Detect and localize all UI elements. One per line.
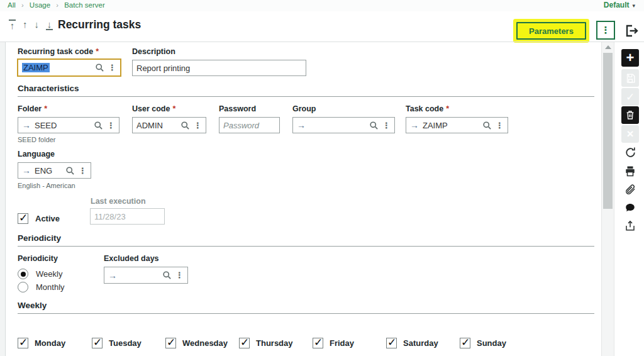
selected-text: ZAIMP (22, 63, 50, 72)
header-divider (0, 42, 644, 42)
user-code-label: User code* (132, 104, 175, 113)
search-icon[interactable] (180, 121, 190, 130)
field-options-icon[interactable]: ⋮ (175, 270, 184, 280)
field-options-icon[interactable]: ⋮ (382, 121, 391, 130)
section-periodicity: Periodicity (18, 233, 61, 243)
comment-button[interactable] (621, 199, 639, 216)
refresh-icon (625, 147, 636, 159)
active-checkbox[interactable] (18, 213, 28, 224)
share-button[interactable] (621, 217, 639, 235)
folder-field[interactable]: → SEED ⋮ (18, 117, 119, 133)
monthly-radio-label[interactable]: Monthly (36, 282, 65, 292)
save-button (621, 69, 639, 87)
search-icon[interactable] (65, 166, 75, 175)
breadcrumb: All › Usage › Batch server (8, 1, 105, 9)
saturday-label: Saturday (403, 338, 438, 348)
monday-label: Monday (35, 338, 65, 348)
more-actions-button[interactable]: ⋮ (596, 21, 615, 40)
group-field[interactable]: → ⋮ (292, 117, 395, 133)
language-label: Language (18, 150, 55, 159)
thursday-checkbox[interactable] (239, 338, 250, 348)
parameters-button[interactable]: Parameters (516, 22, 586, 40)
jump-arrow-icon[interactable]: → (410, 121, 419, 130)
language-helper-text: English - American (18, 182, 75, 189)
profile-label: Default (604, 1, 630, 9)
tuesday-checkbox[interactable] (92, 338, 103, 348)
chevron-down-icon: ▾ (632, 3, 635, 9)
wednesday-checkbox[interactable] (165, 338, 176, 348)
profile-dropdown[interactable]: Default▾ (604, 1, 635, 9)
weekly-radio-label[interactable]: Weekly (36, 269, 62, 279)
scroll-up-icon[interactable] (605, 45, 611, 49)
paperclip-icon (625, 184, 636, 195)
plus-icon: + (626, 51, 635, 65)
recurring-tasks-page: All › Usage › Batch server Default▾ ↑ ↑ … (0, 0, 644, 356)
tuesday-label: Tuesday (109, 338, 142, 348)
jump-arrow-icon[interactable]: → (297, 121, 306, 130)
delete-button[interactable] (621, 106, 639, 124)
wednesday-label: Wednesday (182, 338, 228, 348)
weekly-radio[interactable] (18, 269, 28, 279)
breadcrumb-usage[interactable]: Usage (30, 1, 50, 9)
user-code-field[interactable]: ADMIN ⋮ (132, 117, 206, 133)
first-record-icon[interactable]: ↑ (9, 19, 16, 30)
saturday-checkbox[interactable] (386, 338, 397, 348)
cancel-button: × (621, 125, 639, 143)
breadcrumb-all[interactable]: All (8, 1, 16, 9)
check-icon: ✓ (626, 91, 635, 104)
recurring-task-code-label: Recurring task code* (18, 47, 99, 56)
breadcrumb-separator: › (21, 1, 24, 9)
sunday-checkbox[interactable] (460, 338, 470, 348)
kebab-menu-icon: ⋮ (601, 25, 611, 36)
speech-bubble-icon (625, 202, 636, 213)
field-options-icon[interactable]: ⋮ (107, 121, 115, 130)
validate-button: ✓ (621, 88, 639, 106)
task-code-field[interactable]: → ZAIMP ⋮ (406, 117, 508, 133)
task-code-label: Task code* (406, 104, 449, 113)
attachment-button[interactable] (621, 181, 639, 198)
description-label: Description (132, 47, 175, 56)
recurring-task-code-field[interactable]: ZAIMP ⋮ (17, 58, 121, 77)
search-icon[interactable] (482, 121, 492, 130)
printer-icon (625, 165, 636, 177)
last-execution-label: Last execution (91, 197, 146, 206)
friday-label: Friday (330, 338, 354, 348)
close-icon: × (626, 127, 633, 141)
top-bar: All › Usage › Batch server Default▾ (0, 0, 644, 11)
next-record-icon[interactable]: ↓ (35, 19, 40, 30)
field-options-icon[interactable]: ⋮ (194, 121, 202, 130)
password-label: Password (219, 104, 256, 113)
exit-button[interactable] (624, 23, 639, 38)
section-divider (18, 313, 594, 314)
monday-checkbox[interactable] (18, 338, 28, 348)
search-icon[interactable] (95, 63, 104, 72)
jump-arrow-icon[interactable]: → (22, 166, 31, 175)
monthly-radio[interactable] (18, 282, 28, 292)
refresh-button[interactable] (621, 143, 639, 161)
print-button[interactable] (621, 162, 639, 180)
excluded-days-label: Excluded days (104, 254, 159, 263)
field-options-icon[interactable]: ⋮ (79, 166, 87, 175)
last-execution-field: 11/28/23 (90, 208, 165, 225)
description-field[interactable]: Report printing (132, 60, 306, 76)
section-characteristics: Characteristics (18, 84, 79, 93)
jump-arrow-icon[interactable]: → (22, 121, 31, 130)
jump-arrow-icon[interactable]: → (108, 271, 117, 280)
search-icon[interactable] (162, 270, 172, 280)
field-options-icon[interactable]: ⋮ (496, 121, 504, 130)
trash-icon (625, 110, 635, 120)
scrollbar-thumb[interactable] (603, 53, 613, 209)
field-options-icon[interactable]: ⋮ (108, 63, 116, 72)
new-record-button[interactable]: + (621, 49, 639, 67)
search-icon[interactable] (369, 121, 379, 130)
previous-record-icon[interactable]: ↑ (23, 19, 28, 30)
last-record-icon[interactable]: ↓ (46, 19, 53, 30)
share-icon (625, 220, 636, 231)
password-field[interactable]: Password (219, 117, 280, 133)
page-title: Recurring tasks (58, 18, 141, 31)
friday-checkbox[interactable] (313, 338, 323, 348)
breadcrumb-batch-server[interactable]: Batch server (64, 1, 105, 9)
language-field[interactable]: → ENG ⋮ (18, 162, 91, 179)
search-icon[interactable] (94, 121, 103, 130)
excluded-days-field[interactable]: → ⋮ (104, 267, 188, 284)
